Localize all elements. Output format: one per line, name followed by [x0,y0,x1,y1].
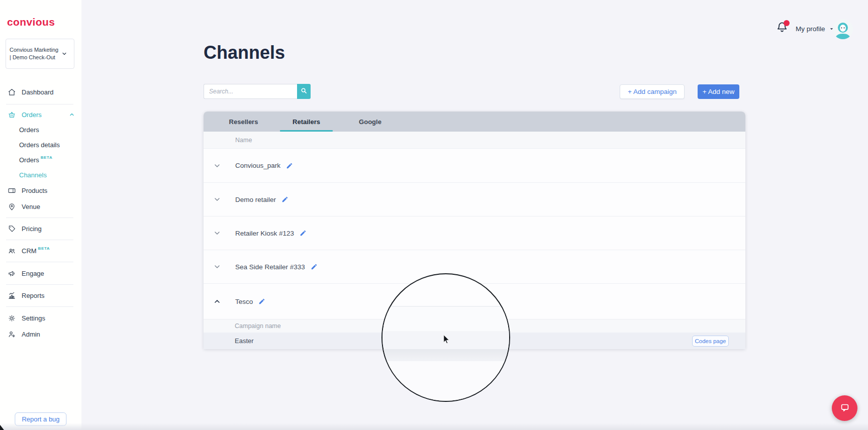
search-bar [204,84,311,99]
sidebar-item-dashboard[interactable]: Dashboard [0,84,81,99]
workspace-label: Convious Marketing | Demo Check-Out [10,46,61,61]
table-row: Convious_park [204,149,745,182]
location-pin-icon [8,202,16,211]
sidebar-item-admin[interactable]: Admin [0,327,81,342]
sidebar-divider [6,262,73,262]
edit-pencil-icon[interactable] [311,263,318,270]
sidebar-item-label: Orders [19,126,39,134]
retailer-name: Tesco [235,298,253,305]
edit-pencil-icon[interactable] [281,196,288,203]
sidebar-divider [6,284,73,285]
edit-pencil-icon[interactable] [286,162,293,169]
add-campaign-button[interactable]: + Add campaign [620,84,685,99]
sidebar-item-label: Admin [22,331,40,338]
table-row: Demo retailer [204,182,745,216]
convious-logo: convious [7,16,55,28]
retailer-name: Retailer Kiosk #123 [235,230,294,237]
sidebar: convious Convious Marketing | Demo Check… [0,0,81,430]
chevron-down-icon[interactable] [213,263,221,271]
retailer-name: Sea Side Retailer #333 [235,263,305,271]
sidebar-divider [6,104,73,104]
sidebar-item-label: Channels [19,171,47,179]
chevron-down-icon[interactable] [213,162,221,170]
chat-widget-button[interactable] [832,395,857,421]
basket-icon [8,111,16,119]
sidebar-item-orders[interactable]: Orders [0,122,81,137]
add-new-button[interactable]: + Add new [698,84,739,99]
bottom-edge-shadow [0,423,868,430]
retailer-name: Convious_park [235,162,280,169]
tab-bar: Resellers Retailers Google [204,112,745,132]
campaign-column-header: Campaign name [235,322,281,330]
table-row: Sea Side Retailer #333 [204,250,745,283]
search-button[interactable] [297,84,311,99]
notification-dot [784,20,790,26]
avatar[interactable] [833,19,853,39]
edit-pencil-icon[interactable] [300,230,307,237]
campaign-name: Easter [235,337,254,345]
magnified-row-edge [382,349,509,361]
sidebar-item-label: Engage [22,270,44,277]
magnified-row-divider [382,306,509,307]
search-input[interactable] [204,84,297,99]
bar-chart-icon [8,291,16,300]
magnified-row-band [382,307,509,331]
sidebar-divider [6,218,73,218]
table-row: Retailer Kiosk #123 [204,216,745,250]
sidebar-item-label: CRM [22,247,37,255]
sidebar-item-orders-group[interactable]: Orders [0,107,81,122]
chevron-up-icon[interactable] [69,112,75,118]
profile-label: My profile [796,25,825,33]
home-icon [8,88,16,96]
tab-google[interactable]: Google [339,112,402,132]
sidebar-item-engage[interactable]: Engage [0,266,81,281]
edit-pencil-icon[interactable] [258,298,265,305]
ticket-icon [8,186,16,195]
app-window: convious Convious Marketing | Demo Check… [0,0,868,430]
sidebar-item-label: Orders [22,111,42,119]
sidebar-item-label: Products [22,187,47,194]
codes-page-button[interactable]: Codes page [692,336,729,347]
search-icon [300,87,308,96]
tab-retailers[interactable]: Retailers [275,112,338,132]
sidebar-item-orders-details[interactable]: Orders details [0,137,81,152]
sidebar-item-orders-beta[interactable]: Orders BETA [0,152,81,167]
sidebar-item-products[interactable]: Products [0,183,81,198]
sidebar-item-venue[interactable]: Venue [0,199,81,214]
sidebar-item-label: Orders [19,156,39,164]
sidebar-item-channels[interactable]: Channels [0,167,81,182]
mouse-cursor [440,334,451,346]
sidebar-item-crm[interactable]: CRM BETA [0,243,81,258]
magnified-row-band [382,361,509,402]
sidebar-divider [6,240,73,240]
sidebar-item-label: Pricing [22,225,42,233]
user-gear-icon [8,330,16,339]
notification-bell-icon[interactable] [776,21,790,35]
retailer-name: Demo retailer [235,196,276,203]
tab-resellers[interactable]: Resellers [212,112,275,132]
profile-menu[interactable]: My profile [796,22,834,35]
beta-badge: BETA [41,155,53,160]
chevron-up-icon[interactable] [213,297,221,305]
report-a-bug-button[interactable]: Report a bug [15,412,66,426]
sidebar-item-label: Settings [22,314,45,322]
chevron-down-icon [61,51,67,57]
sidebar-item-pricing[interactable]: Pricing [0,221,81,236]
sidebar-item-label: Dashboard [22,88,54,96]
table-header: Name [204,132,745,149]
sidebar-divider [6,306,73,307]
tag-icon [8,225,16,233]
chevron-down-icon[interactable] [213,229,221,237]
page-title: Channels [204,42,285,63]
gear-icon [8,314,16,322]
sidebar-item-label: Orders details [19,141,60,149]
beta-badge: BETA [38,246,50,251]
chevron-down-icon[interactable] [213,195,221,203]
workspace-selector[interactable]: Convious Marketing | Demo Check-Out [6,39,74,69]
megaphone-icon [8,269,16,278]
sidebar-item-label: Reports [22,292,45,299]
sidebar-item-settings[interactable]: Settings [0,310,81,326]
sidebar-item-reports[interactable]: Reports [0,288,81,303]
name-column-header: Name [235,137,252,144]
people-icon [8,247,16,255]
